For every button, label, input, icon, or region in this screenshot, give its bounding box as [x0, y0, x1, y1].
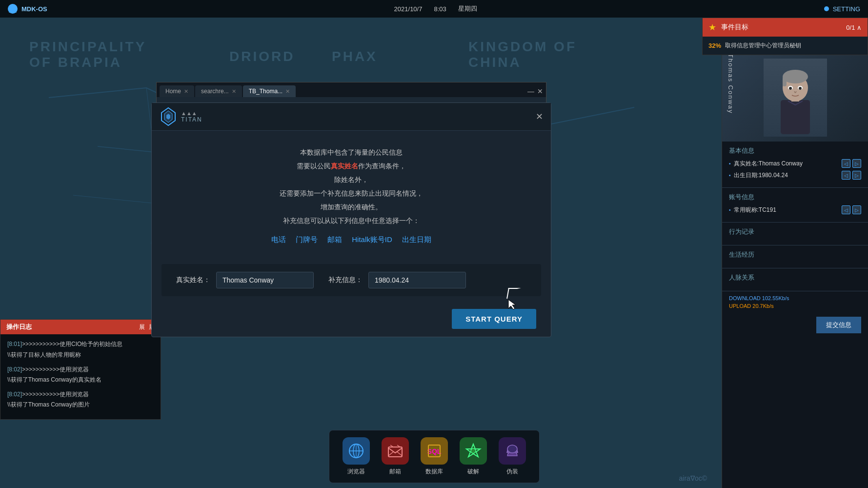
mission-star-icon: ★ — [708, 22, 716, 33]
real-name-input-group: 真实姓名： — [176, 272, 314, 288]
email-icon — [382, 437, 409, 465]
supplement-label: 补充信息： — [328, 276, 363, 285]
transfer-info: DOWNLOAD 102.55Kb/s UPLOAD 20.7Kb/s — [722, 291, 868, 313]
nickname-value: 常用昵称:TC191 — [734, 206, 839, 214]
op-log-header: 操作日志 展 展 — [0, 320, 161, 334]
log-entry-2: [8:02]>>>>>>>>>>>使用浏览器 \\获得了Thomas Conwa… — [7, 365, 154, 386]
account-info-section: 账号信息 • 常用昵称:TC191 ◁ ▷ — [722, 188, 868, 223]
relations-title: 人脉关系 — [729, 273, 861, 282]
svg-point-8 — [789, 87, 792, 90]
dialog-line2-highlight: 真实姓名 — [331, 162, 358, 170]
taskbar-email[interactable]: 邮箱 — [378, 437, 412, 476]
os-icon — [8, 4, 18, 14]
bullet-icon-2: • — [729, 173, 731, 178]
log-line2-2: \\获得了Thomas Conway的真实姓名 — [7, 376, 101, 383]
mission-progress: 32% — [708, 42, 721, 49]
os-name: MDK-OS — [21, 5, 47, 13]
log-entry-1: [8:01]>>>>>>>>>>>使用CIO给予的初始信息 \\获得了目标人物的… — [7, 339, 154, 360]
svg-point-9 — [799, 87, 802, 90]
taskbar-browser[interactable]: 浏览器 — [339, 437, 373, 476]
op-log-expand[interactable]: 展 — [139, 323, 145, 331]
start-query-button[interactable]: START QUERY — [452, 309, 536, 329]
download-info: DOWNLOAD 102.55Kb/s — [729, 295, 861, 301]
setting-indicator — [824, 6, 829, 11]
dialog-line2-suffix: 作为查询条件， — [358, 162, 406, 170]
tab-home-close[interactable]: ✕ — [184, 88, 188, 95]
option-hitalk[interactable]: Hitalk账号ID — [352, 235, 392, 244]
op-log-body: [8:01]>>>>>>>>>>>使用CIO给予的初始信息 \\获得了目标人物的… — [0, 334, 161, 419]
tab-search-close[interactable]: ✕ — [232, 88, 236, 95]
nickname-copy-btn[interactable]: ◁ — [842, 205, 850, 214]
option-phone[interactable]: 电话 — [271, 235, 286, 244]
taskbar-crack[interactable]: 破解 — [456, 437, 490, 476]
time-display: 8:03 — [434, 5, 446, 13]
dialog-line6: 补充信息可以从以下列信息中任意选择一个： — [171, 214, 531, 227]
tab-tb-thoma-close[interactable]: ✕ — [285, 88, 290, 95]
disguise-icon — [499, 437, 526, 465]
close-window-button[interactable]: ✕ — [537, 87, 543, 95]
svg-rect-5 — [783, 77, 787, 86]
log-line1-1: >>>>>>>>>>>使用CIO给予的初始信息 — [22, 341, 122, 347]
dialog-close-button[interactable]: ✕ — [536, 111, 543, 122]
relations-section: 人脉关系 — [722, 268, 868, 291]
real-name-input[interactable] — [216, 272, 314, 288]
dialog-line2: 需要以公民真实姓名作为查询条件， — [171, 159, 531, 173]
disguise-label: 伪装 — [506, 468, 518, 476]
option-email[interactable]: 邮箱 — [327, 235, 342, 244]
nickname-field: • 常用昵称:TC191 ◁ ▷ — [729, 205, 861, 214]
submit-info-button[interactable]: 提交信息 — [816, 317, 861, 333]
real-name-action-btn[interactable]: ▷ — [852, 159, 861, 168]
account-info-title: 账号信息 — [729, 193, 861, 202]
log-line3-2: \\获得了Thomas Conway的图片 — [7, 401, 90, 408]
taskbar-disguise[interactable]: 伪装 — [495, 437, 529, 476]
behavior-section: 行为记录 — [722, 223, 868, 245]
weekday-display: 星期四 — [458, 4, 477, 13]
dialog-line4: 还需要添加一个补充信息来防止出现同名情况， — [171, 186, 531, 200]
dialog-header: ▲▲▲ TITAN ✕ — [152, 103, 551, 131]
taskbar-icons: 浏览器 邮箱 SQL — [329, 430, 540, 483]
log-line3-1: >>>>>>>>>>>使用浏览器 — [22, 391, 89, 398]
supplement-input-group: 补充信息： — [328, 272, 466, 288]
supplement-input[interactable] — [368, 272, 466, 288]
option-birthday[interactable]: 出生日期 — [402, 235, 431, 244]
svg-line-18 — [388, 452, 393, 456]
log-entry-3: [8:02]>>>>>>>>>>>使用浏览器 \\获得了Thomas Conwa… — [7, 389, 154, 410]
crack-label: 破解 — [467, 468, 479, 476]
behavior-title: 行为记录 — [729, 227, 861, 236]
mission-body: 32% 取得信息管理中心管理员秘钥 — [703, 37, 868, 55]
tab-home-label: Home — [165, 88, 181, 95]
character-panel: ✕ Thomas Conway — [722, 54, 868, 488]
dialog-line2-prefix: 需要以公民 — [297, 162, 331, 170]
tab-home[interactable]: Home ✕ — [160, 85, 194, 97]
tab-tb-thoma[interactable]: TB_Thoma... ✕ — [243, 85, 296, 97]
top-bar: MDK-OS 2021/10/7 8:03 星期四 SETTING — [0, 0, 868, 18]
browser-icon — [343, 437, 370, 465]
mission-count: 0/1 ∧ — [846, 24, 862, 31]
log-line1-2: \\获得了目标人物的常用昵称 — [7, 351, 81, 358]
upload-info: UPLOAD 20.7Kb/s — [729, 303, 861, 309]
svg-point-23 — [471, 448, 476, 453]
nickname-action-btn[interactable]: ▷ — [852, 205, 861, 214]
setting-label[interactable]: SETTING — [833, 5, 860, 13]
bullet-icon: • — [729, 161, 731, 166]
operation-log: 操作日志 展 展 [8:01]>>>>>>>>>>>使用CIO给予的初始信息 \… — [0, 319, 161, 420]
character-banner: Thomas Conway — [722, 54, 868, 142]
op-log-title: 操作日志 — [6, 323, 32, 331]
titan-logo: ▲▲▲ TITAN — [160, 108, 202, 125]
birthdate-action-btn[interactable]: ▷ — [852, 171, 861, 180]
basic-info-section: 基本信息 • 真实姓名:Thomas Conway ◁ ▷ • 出生日期:198… — [722, 142, 868, 188]
taskbar-database[interactable]: SQL 数据库 — [417, 437, 451, 476]
svg-line-19 — [397, 452, 402, 456]
real-name-copy-btn[interactable]: ◁ — [842, 159, 850, 168]
tab-search[interactable]: searchre... ✕ — [195, 85, 242, 97]
bullet-icon-3: • — [729, 207, 731, 213]
option-door[interactable]: 门牌号 — [296, 235, 318, 244]
mission-header: ★ 事件目标 0/1 ∧ — [703, 18, 868, 37]
dialog-line3: 除姓名外， — [171, 173, 531, 186]
minimize-button[interactable]: — — [527, 87, 534, 95]
birthdate-copy-btn[interactable]: ◁ — [842, 171, 850, 180]
database-icon: SQL — [421, 437, 448, 465]
real-name-label: 真实姓名： — [176, 276, 210, 285]
tab-tb-thoma-label: TB_Thoma... — [249, 88, 283, 95]
browser-tabs: Home ✕ searchre... ✕ TB_Thoma... ✕ — ✕ — [157, 82, 546, 97]
